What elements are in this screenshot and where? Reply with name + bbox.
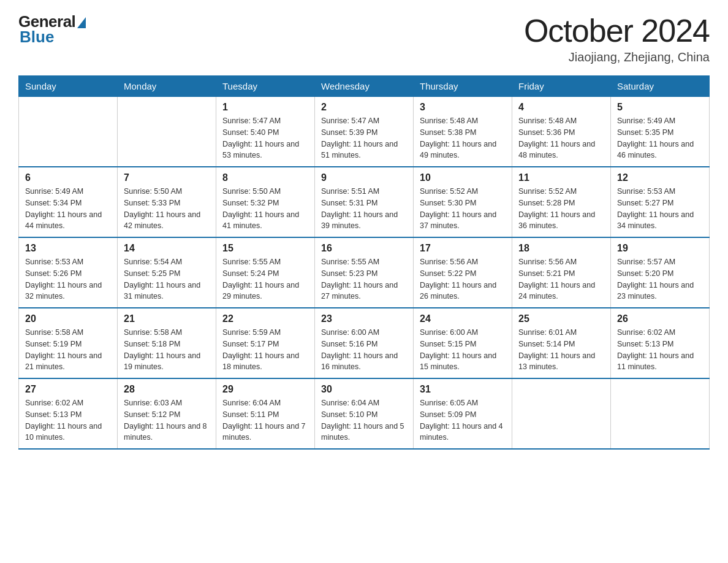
table-row: 26 Sunrise: 6:02 AMSunset: 5:13 PMDaylig… [611, 308, 710, 378]
table-row: 7 Sunrise: 5:50 AMSunset: 5:33 PMDayligh… [118, 167, 216, 237]
month-title: October 2024 [524, 12, 710, 49]
table-row: 19 Sunrise: 5:57 AMSunset: 5:20 PMDaylig… [611, 237, 710, 308]
table-row: 1 Sunrise: 5:47 AMSunset: 5:40 PMDayligh… [216, 97, 315, 167]
table-row: 5 Sunrise: 5:49 AMSunset: 5:35 PMDayligh… [611, 97, 710, 167]
calendar-week-row: 13 Sunrise: 5:53 AMSunset: 5:26 PMDaylig… [19, 237, 710, 308]
table-row: 21 Sunrise: 5:58 AMSunset: 5:18 PMDaylig… [118, 308, 216, 378]
day-number: 11 [518, 172, 604, 183]
day-info: Sunrise: 5:52 AMSunset: 5:28 PMDaylight:… [518, 187, 595, 230]
day-info: Sunrise: 5:58 AMSunset: 5:19 PMDaylight:… [25, 328, 102, 371]
table-row: 30 Sunrise: 6:04 AMSunset: 5:10 PMDaylig… [315, 378, 414, 449]
day-info: Sunrise: 5:53 AMSunset: 5:27 PMDaylight:… [617, 187, 694, 230]
day-number: 5 [617, 102, 703, 113]
day-number: 29 [222, 384, 308, 395]
day-info: Sunrise: 6:02 AMSunset: 5:13 PMDaylight:… [617, 328, 694, 371]
calendar-week-row: 6 Sunrise: 5:49 AMSunset: 5:34 PMDayligh… [19, 167, 710, 237]
day-info: Sunrise: 5:51 AMSunset: 5:31 PMDaylight:… [321, 187, 398, 230]
day-number: 3 [420, 102, 506, 113]
table-row: 6 Sunrise: 5:49 AMSunset: 5:34 PMDayligh… [19, 167, 118, 237]
table-row: 29 Sunrise: 6:04 AMSunset: 5:11 PMDaylig… [216, 378, 315, 449]
day-number: 1 [222, 102, 308, 113]
logo-blue-text: Blue [18, 28, 54, 47]
day-number: 26 [617, 313, 703, 324]
day-info: Sunrise: 5:47 AMSunset: 5:39 PMDaylight:… [321, 117, 398, 159]
day-info: Sunrise: 5:54 AMSunset: 5:25 PMDaylight:… [124, 258, 200, 301]
day-info: Sunrise: 5:49 AMSunset: 5:35 PMDaylight:… [617, 117, 694, 159]
day-number: 12 [617, 172, 703, 183]
table-row: 24 Sunrise: 6:00 AMSunset: 5:15 PMDaylig… [414, 308, 512, 378]
calendar-week-row: 27 Sunrise: 6:02 AMSunset: 5:13 PMDaylig… [19, 378, 710, 449]
day-number: 27 [25, 384, 111, 395]
day-info: Sunrise: 5:50 AMSunset: 5:32 PMDaylight:… [222, 187, 299, 230]
logo: General Blue [18, 12, 86, 47]
table-row: 25 Sunrise: 6:01 AMSunset: 5:14 PMDaylig… [512, 308, 611, 378]
day-number: 6 [25, 172, 111, 183]
day-number: 30 [321, 384, 407, 395]
table-row: 4 Sunrise: 5:48 AMSunset: 5:36 PMDayligh… [512, 97, 611, 167]
day-info: Sunrise: 5:48 AMSunset: 5:38 PMDaylight:… [420, 117, 496, 159]
day-number: 8 [222, 172, 308, 183]
day-number: 19 [617, 243, 703, 254]
table-row: 20 Sunrise: 5:58 AMSunset: 5:19 PMDaylig… [19, 308, 118, 378]
day-info: Sunrise: 6:01 AMSunset: 5:14 PMDaylight:… [518, 328, 595, 371]
title-block: October 2024 Jiaojiang, Zhejiang, China [524, 12, 710, 64]
day-number: 23 [321, 313, 407, 324]
day-number: 25 [518, 313, 604, 324]
day-info: Sunrise: 6:04 AMSunset: 5:11 PMDaylight:… [222, 399, 306, 442]
calendar-header-row: Sunday Monday Tuesday Wednesday Thursday… [19, 76, 710, 97]
table-row [118, 97, 216, 167]
table-row: 8 Sunrise: 5:50 AMSunset: 5:32 PMDayligh… [216, 167, 315, 237]
day-info: Sunrise: 5:49 AMSunset: 5:34 PMDaylight:… [25, 187, 102, 230]
day-number: 20 [25, 313, 111, 324]
calendar-week-row: 20 Sunrise: 5:58 AMSunset: 5:19 PMDaylig… [19, 308, 710, 378]
day-info: Sunrise: 6:00 AMSunset: 5:15 PMDaylight:… [420, 328, 496, 371]
header-friday: Friday [512, 76, 611, 97]
header-saturday: Saturday [611, 76, 710, 97]
table-row [512, 378, 611, 449]
header-monday: Monday [118, 76, 216, 97]
day-info: Sunrise: 5:50 AMSunset: 5:33 PMDaylight:… [124, 187, 200, 230]
day-info: Sunrise: 5:47 AMSunset: 5:40 PMDaylight:… [222, 117, 299, 159]
day-number: 22 [222, 313, 308, 324]
day-info: Sunrise: 6:02 AMSunset: 5:13 PMDaylight:… [25, 399, 102, 442]
day-number: 17 [420, 243, 506, 254]
table-row: 18 Sunrise: 5:56 AMSunset: 5:21 PMDaylig… [512, 237, 611, 308]
day-info: Sunrise: 5:52 AMSunset: 5:30 PMDaylight:… [420, 187, 496, 230]
table-row: 23 Sunrise: 6:00 AMSunset: 5:16 PMDaylig… [315, 308, 414, 378]
day-info: Sunrise: 6:03 AMSunset: 5:12 PMDaylight:… [124, 399, 207, 442]
table-row: 14 Sunrise: 5:54 AMSunset: 5:25 PMDaylig… [118, 237, 216, 308]
day-number: 18 [518, 243, 604, 254]
table-row: 28 Sunrise: 6:03 AMSunset: 5:12 PMDaylig… [118, 378, 216, 449]
day-number: 21 [124, 313, 210, 324]
day-info: Sunrise: 5:57 AMSunset: 5:20 PMDaylight:… [617, 258, 694, 301]
table-row: 12 Sunrise: 5:53 AMSunset: 5:27 PMDaylig… [611, 167, 710, 237]
table-row: 31 Sunrise: 6:05 AMSunset: 5:09 PMDaylig… [414, 378, 512, 449]
day-number: 10 [420, 172, 506, 183]
table-row: 3 Sunrise: 5:48 AMSunset: 5:38 PMDayligh… [414, 97, 512, 167]
day-info: Sunrise: 5:56 AMSunset: 5:22 PMDaylight:… [420, 258, 496, 301]
table-row: 22 Sunrise: 5:59 AMSunset: 5:17 PMDaylig… [216, 308, 315, 378]
day-info: Sunrise: 5:53 AMSunset: 5:26 PMDaylight:… [25, 258, 102, 301]
day-number: 15 [222, 243, 308, 254]
header-sunday: Sunday [19, 76, 118, 97]
table-row: 27 Sunrise: 6:02 AMSunset: 5:13 PMDaylig… [19, 378, 118, 449]
table-row: 11 Sunrise: 5:52 AMSunset: 5:28 PMDaylig… [512, 167, 611, 237]
day-info: Sunrise: 6:05 AMSunset: 5:09 PMDaylight:… [420, 399, 503, 442]
day-info: Sunrise: 6:04 AMSunset: 5:10 PMDaylight:… [321, 399, 404, 442]
day-number: 4 [518, 102, 604, 113]
day-info: Sunrise: 6:00 AMSunset: 5:16 PMDaylight:… [321, 328, 398, 371]
day-info: Sunrise: 5:55 AMSunset: 5:23 PMDaylight:… [321, 258, 398, 301]
day-info: Sunrise: 5:55 AMSunset: 5:24 PMDaylight:… [222, 258, 299, 301]
day-info: Sunrise: 5:58 AMSunset: 5:18 PMDaylight:… [124, 328, 200, 371]
table-row: 15 Sunrise: 5:55 AMSunset: 5:24 PMDaylig… [216, 237, 315, 308]
day-number: 7 [124, 172, 210, 183]
page-header: General Blue October 2024 Jiaojiang, Zhe… [18, 12, 710, 64]
day-info: Sunrise: 5:59 AMSunset: 5:17 PMDaylight:… [222, 328, 299, 371]
header-thursday: Thursday [414, 76, 512, 97]
table-row [611, 378, 710, 449]
table-row: 17 Sunrise: 5:56 AMSunset: 5:22 PMDaylig… [414, 237, 512, 308]
day-info: Sunrise: 5:56 AMSunset: 5:21 PMDaylight:… [518, 258, 595, 301]
day-number: 2 [321, 102, 407, 113]
table-row: 13 Sunrise: 5:53 AMSunset: 5:26 PMDaylig… [19, 237, 118, 308]
calendar-table: Sunday Monday Tuesday Wednesday Thursday… [18, 75, 710, 450]
